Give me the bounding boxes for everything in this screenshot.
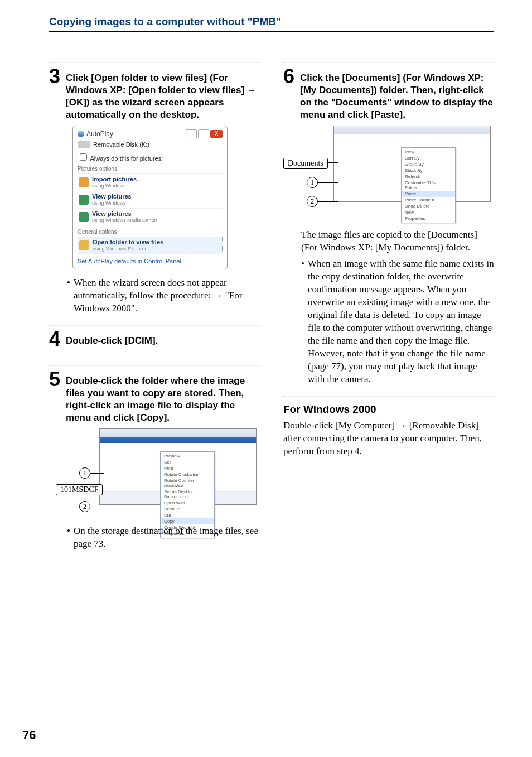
autoplay-title: AutoPlay xyxy=(86,130,113,138)
section-header: Copying images to a computer without "PM… xyxy=(49,16,494,28)
callout-circle-2b: 2 xyxy=(307,196,318,207)
step3-rule xyxy=(49,62,261,63)
autoplay-row-open-folder[interactable]: Open folder to view filesusing Windows E… xyxy=(78,237,223,254)
step-5-text: Double-click the folder where the image … xyxy=(66,369,261,424)
callout-101msdcf: 101MSDCF xyxy=(56,484,103,495)
step-3-text-a: Click [Open folder to view files] (For W… xyxy=(66,73,247,95)
arrow-icon: → xyxy=(397,420,407,431)
menu-item[interactable]: Group By xyxy=(402,161,455,167)
menu-item[interactable]: Set as Desktop Background xyxy=(161,489,214,500)
window-max-button[interactable] xyxy=(198,129,209,138)
menu-item[interactable]: Stack By xyxy=(402,167,455,173)
ap-row1-t: View pictures xyxy=(92,193,132,200)
menu-item[interactable]: Cut xyxy=(161,512,214,518)
autoplay-icon xyxy=(78,131,84,137)
step4-rule xyxy=(49,325,261,326)
ap-row2-t: View pictures xyxy=(92,210,132,217)
menu-item[interactable]: Rotate Counter-clockwise xyxy=(161,478,214,489)
win2000-a: Double-click [My Computer] xyxy=(283,420,397,431)
note-step3: When the wizard screen does not appear a… xyxy=(67,276,261,315)
arrow-icon: → xyxy=(247,85,257,95)
menu-item[interactable]: Customize This Folder... xyxy=(402,180,455,191)
callout-documents: Documents xyxy=(283,158,328,169)
menu-item[interactable]: Set xyxy=(161,459,214,465)
menu-item[interactable]: Preview xyxy=(161,453,214,459)
step-4: 4 Double-click [DCIM]. xyxy=(49,329,261,349)
autoplay-drive: Removable Disk (K:) xyxy=(93,141,149,148)
autoplay-drive-row: Removable Disk (K:) xyxy=(78,141,223,148)
explorer-paste-screenshot: View Sort By Group By Stack By Refresh C… xyxy=(333,126,491,202)
menu-item[interactable]: Sort By xyxy=(402,155,455,161)
autoplay-always-label: Always do this for pictures: xyxy=(90,155,163,162)
menu-item[interactable]: New xyxy=(402,209,455,215)
win2000-heading: For Windows 2000 xyxy=(283,403,495,416)
step-6: 6 Click the [Documents] (For Windows XP:… xyxy=(283,66,495,121)
camera-icon xyxy=(79,177,89,187)
ap-row1-s: using Windows xyxy=(92,200,132,206)
always-checkbox[interactable] xyxy=(80,153,87,161)
folder-icon xyxy=(79,240,89,250)
step-5-number: 5 xyxy=(49,369,66,389)
ap-row2-s: using Windows Media Center xyxy=(92,217,157,224)
drive-icon xyxy=(78,141,90,148)
window-min-button[interactable] xyxy=(186,129,197,138)
callout-circle-1: 1 xyxy=(79,467,90,479)
step5-rule xyxy=(49,365,261,366)
win2000-rule xyxy=(283,396,495,397)
autoplay-row-import[interactable]: Import picturesusing Windows xyxy=(78,173,223,191)
ap-row0-s: using Windows xyxy=(92,182,137,189)
autoplay-screenshot: AutoPlay X Removable Disk (K:) Always do… xyxy=(72,126,261,269)
autoplay-row-view1[interactable]: View picturesusing Windows xyxy=(78,191,223,208)
autoplay-defaults-link[interactable]: Set AutoPlay defaults in Control Panel xyxy=(78,258,223,264)
step-6-number: 6 xyxy=(283,66,300,86)
step-4-text: Double-click [DCIM]. xyxy=(66,329,158,347)
menu-item[interactable]: Undo Delete xyxy=(402,203,455,209)
menu-item[interactable]: Print xyxy=(161,465,214,471)
header-rule xyxy=(49,31,494,32)
menu-item[interactable]: Properties xyxy=(402,215,455,221)
menu-item[interactable]: Rotate Clockwise xyxy=(161,471,214,478)
menu-item[interactable]: Refresh xyxy=(402,173,455,180)
callout-circle-1b: 1 xyxy=(307,177,318,188)
ap-row0-t: Import pictures xyxy=(92,176,137,182)
step-4-number: 4 xyxy=(49,329,66,349)
step-3: 3 Click [Open folder to view files] (For… xyxy=(49,66,261,121)
media-center-icon xyxy=(79,212,89,222)
result-paragraph: The image files are copied to the [Docum… xyxy=(301,228,495,254)
step-3-text-b: [OK]) as the wizard screen appears autom… xyxy=(66,97,224,120)
window-close-button[interactable]: X xyxy=(210,130,223,138)
step-5: 5 Double-click the folder where the imag… xyxy=(49,369,261,424)
win2000-body: Double-click [My Computer] → [Removable … xyxy=(283,419,495,457)
menu-item[interactable]: Open With xyxy=(161,500,214,506)
note-step6: When an image with the same file name ex… xyxy=(301,257,495,385)
step-6-text: Click the [Documents] (For Windows XP: [… xyxy=(300,66,495,121)
menu-item[interactable]: Send To xyxy=(161,506,214,512)
step-3-number: 3 xyxy=(49,66,66,86)
autoplay-section-pictures: Pictures options xyxy=(78,166,223,172)
menu-item[interactable]: Paste Shortcut xyxy=(402,197,455,203)
menu-item-copy[interactable]: Copy xyxy=(161,518,214,524)
callout-circle-2: 2 xyxy=(79,501,90,512)
autoplay-section-general: General options xyxy=(78,229,223,235)
ap-open-s: using Windows Explorer xyxy=(93,245,163,252)
menu-item[interactable]: View xyxy=(402,149,455,155)
picture-icon xyxy=(79,195,89,205)
note-step5: On the storage destination of the image … xyxy=(67,524,261,550)
step-3-text: Click [Open folder to view files] (For W… xyxy=(66,66,261,121)
menu-item-paste[interactable]: Paste xyxy=(402,191,455,197)
autoplay-row-view2[interactable]: View picturesusing Windows Media Center xyxy=(78,208,223,225)
page-number: 76 xyxy=(22,728,36,742)
ap-open-t: Open folder to view files xyxy=(93,239,163,245)
autoplay-always-row[interactable]: Always do this for pictures: xyxy=(78,152,223,162)
context-menu-paste[interactable]: View Sort By Group By Stack By Refresh C… xyxy=(401,147,456,223)
step6-rule xyxy=(283,62,495,63)
explorer-copy-screenshot: Preview Set Print Rotate Clockwise Rotat… xyxy=(99,428,257,505)
